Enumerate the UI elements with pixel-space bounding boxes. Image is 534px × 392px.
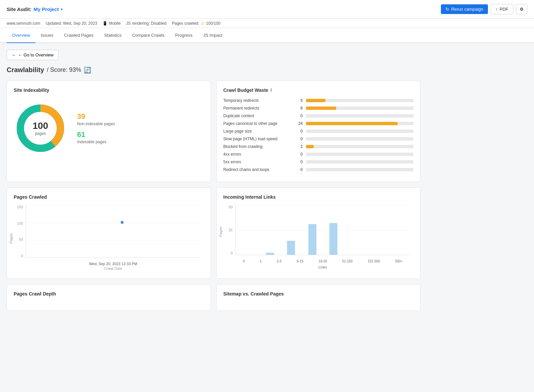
cwb-bar-container bbox=[306, 137, 414, 141]
site-indexability-card: Site Indexability 100 p bbox=[7, 80, 211, 182]
cwb-row: Pages canonical to other page 24 bbox=[223, 121, 414, 126]
nav-item-statistics[interactable]: Statistics bbox=[99, 28, 127, 43]
pages-crawled-title: Pages Crawled bbox=[14, 194, 204, 200]
y-axis-title: Pages bbox=[9, 233, 13, 243]
sitemap-vs-crawled-card: Sitemap vs. Crawled Pages bbox=[216, 284, 421, 311]
cwb-row: Permanent redirects 8 bbox=[223, 106, 414, 111]
cwb-row: 5xx errors 0 bbox=[223, 160, 414, 164]
mobile-icon: 📱 bbox=[102, 21, 107, 26]
nav-item-crawled-pages[interactable]: Crawled Pages bbox=[59, 28, 99, 43]
indexability-stats: 39 Non-indexable pages 61 Indexable page… bbox=[77, 112, 115, 144]
bar-col bbox=[386, 205, 408, 255]
cwb-bar-container bbox=[306, 122, 414, 125]
cwb-bar-container bbox=[306, 168, 414, 171]
cwb-row-count: 0 bbox=[293, 129, 303, 134]
gridline-50 bbox=[26, 240, 201, 240]
chevron-down-icon[interactable]: ▾ bbox=[61, 7, 63, 12]
updated-item: Updated: Wed, Sep 20, 2023 bbox=[46, 21, 97, 26]
bar bbox=[329, 223, 337, 255]
pages-crawled-item: Pages crawled: ⚠ 100/100 bbox=[172, 21, 220, 26]
cwb-row-label: 4xx errors bbox=[223, 152, 290, 157]
cwb-row-count: 5 bbox=[293, 98, 303, 103]
page-title: Crawlability / Score: 93% 🔄 bbox=[7, 66, 421, 74]
cwb-row-count: 0 bbox=[293, 152, 303, 157]
settings-button[interactable]: ⚙ bbox=[516, 4, 527, 14]
nav-item-progress[interactable]: Progress bbox=[170, 28, 198, 43]
cwb-row-count: 0 bbox=[293, 137, 303, 141]
crawl-budget-rows: Temporary redirects 5 Permanent redirect… bbox=[223, 98, 414, 172]
pdf-button[interactable]: ↑ PDF bbox=[491, 4, 514, 14]
header-left: Site Audit: My Project ▾ bbox=[7, 6, 63, 12]
nav-item-js-impact[interactable]: JS Impact bbox=[198, 28, 228, 43]
rerun-campaign-button[interactable]: ↻ Rerun campaign bbox=[441, 4, 488, 14]
nav-item-overview[interactable]: Overview bbox=[7, 28, 35, 43]
sitemap-vs-crawled-title: Sitemap vs. Crawled Pages bbox=[223, 291, 414, 297]
main-content: ← ← Go to Overview Crawlability / Score:… bbox=[0, 43, 427, 323]
chart-plot-area bbox=[26, 205, 201, 258]
crawl-budget-waste-card: Crawl Budget Waste ℹ Temporary redirects… bbox=[216, 80, 421, 182]
main-nav: Overview Issues Crawled Pages Statistics… bbox=[0, 28, 534, 43]
cwb-bar-container bbox=[306, 114, 414, 118]
bar-col bbox=[259, 205, 280, 255]
gear-icon: ⚙ bbox=[520, 7, 524, 12]
bar-y-labels: 0 25 50 bbox=[223, 205, 234, 255]
incoming-links-chart: 0 25 50 Pages 0 1 2-5 bbox=[223, 205, 414, 272]
site-audit-label: Site Audit: bbox=[7, 6, 31, 12]
cwb-bar bbox=[306, 107, 336, 110]
indexable-stat: 61 Indexable pages bbox=[77, 130, 115, 144]
bar-col bbox=[323, 205, 344, 255]
cwb-row: Redirect chains and loops 0 bbox=[223, 167, 414, 172]
nav-item-issues[interactable]: Issues bbox=[35, 28, 59, 43]
cwb-row: Duplicate content 0 bbox=[223, 114, 414, 118]
bars-container bbox=[236, 205, 410, 255]
cwb-bar bbox=[306, 99, 325, 102]
back-arrow-icon: ← bbox=[12, 52, 16, 57]
partial-bottom-grid: Pages Crawl Depth Sitemap vs. Crawled Pa… bbox=[7, 284, 421, 311]
cwb-row-count: 24 bbox=[293, 121, 303, 126]
cwb-row-count: 2 bbox=[293, 144, 303, 149]
site-indexability-title: Site Indexability bbox=[14, 87, 204, 93]
non-indexable-stat: 39 Non-indexable pages bbox=[77, 112, 115, 126]
cwb-bar-container bbox=[306, 153, 414, 156]
x-sublabel: Crawl Date bbox=[26, 266, 201, 270]
header: Site Audit: My Project ▾ ↻ Rerun campaig… bbox=[0, 0, 534, 19]
rerun-icon: ↻ bbox=[446, 7, 449, 12]
chart-data-point bbox=[120, 221, 123, 224]
nav-item-compare-crawls[interactable]: Compare Crawls bbox=[127, 28, 170, 43]
bar bbox=[308, 224, 316, 255]
header-right: ↻ Rerun campaign ↑ PDF ⚙ bbox=[441, 4, 527, 14]
x-label: Wed, Sep 20, 2023 12:33 PM bbox=[26, 262, 201, 266]
bar-x-title: Links bbox=[235, 265, 410, 269]
bar-col bbox=[281, 205, 302, 255]
total-pages: 100 bbox=[33, 121, 48, 131]
bar-col bbox=[344, 205, 365, 255]
reload-icon[interactable]: 🔄 bbox=[84, 66, 91, 74]
bar-y-title: Pages bbox=[219, 226, 223, 237]
cwb-row-count: 8 bbox=[293, 106, 303, 111]
y-labels: 0 50 100 150 bbox=[14, 205, 24, 258]
info-icon[interactable]: ℹ bbox=[270, 88, 272, 92]
top-grid: Site Indexability 100 p bbox=[7, 80, 421, 182]
cwb-row: 4xx errors 0 bbox=[223, 152, 414, 157]
cwb-bar-container bbox=[306, 107, 414, 110]
bar bbox=[287, 241, 295, 255]
bar bbox=[266, 253, 274, 255]
crawl-budget-title: Crawl Budget Waste ℹ bbox=[223, 87, 414, 93]
project-name[interactable]: My Project bbox=[33, 6, 59, 12]
non-indexable-label: Non-indexable pages bbox=[77, 122, 115, 126]
bar-col bbox=[302, 205, 323, 255]
warning-icon: ⚠ bbox=[201, 21, 205, 26]
donut-center: 100 pages bbox=[33, 121, 48, 136]
score-label: / Score: 93% bbox=[47, 66, 81, 73]
indexability-content: 100 pages 39 Non-indexable pages 61 Inde… bbox=[14, 98, 204, 158]
back-to-overview-button[interactable]: ← ← Go to Overview bbox=[7, 50, 58, 60]
cwb-row-count: 0 bbox=[293, 160, 303, 164]
cwb-bar-container bbox=[306, 99, 414, 102]
cwb-row: Blocked from crawling 2 bbox=[223, 144, 414, 149]
cwb-row-count: 0 bbox=[293, 114, 303, 118]
cwb-bar-container bbox=[306, 160, 414, 164]
cwb-row-label: Duplicate content bbox=[223, 114, 290, 118]
cwb-row: Slow page (HTML) load speed 0 bbox=[223, 137, 414, 141]
cwb-bar-container bbox=[306, 130, 414, 133]
gridline-150 bbox=[26, 205, 201, 205]
